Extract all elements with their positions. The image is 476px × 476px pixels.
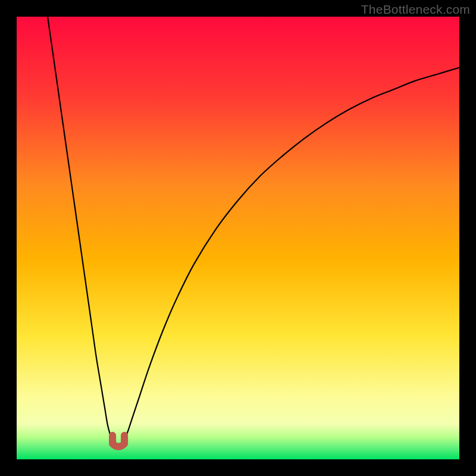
- watermark-text: TheBottleneck.com: [361, 2, 470, 17]
- chart-frame: [17, 17, 459, 459]
- gradient-background: [17, 17, 459, 459]
- bottleneck-chart: [17, 17, 459, 459]
